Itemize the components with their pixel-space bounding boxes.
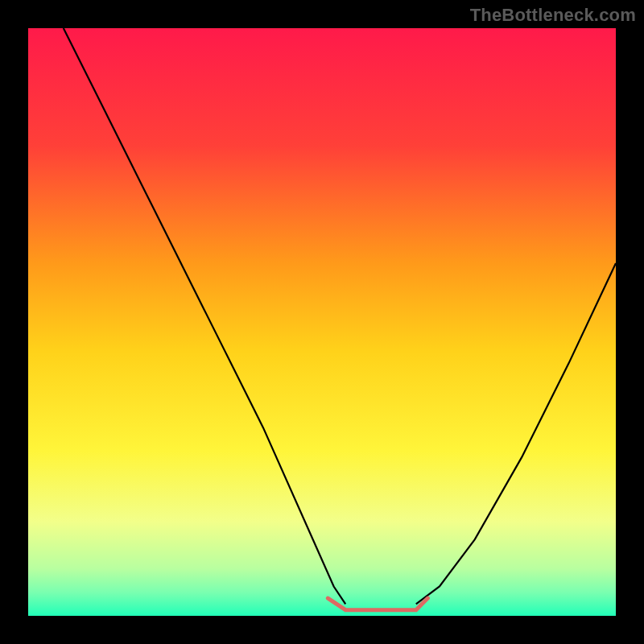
chart-svg [28,28,616,616]
watermark-label: TheBottleneck.com [470,5,636,26]
gradient-background [28,28,616,616]
chart-container [28,28,616,616]
